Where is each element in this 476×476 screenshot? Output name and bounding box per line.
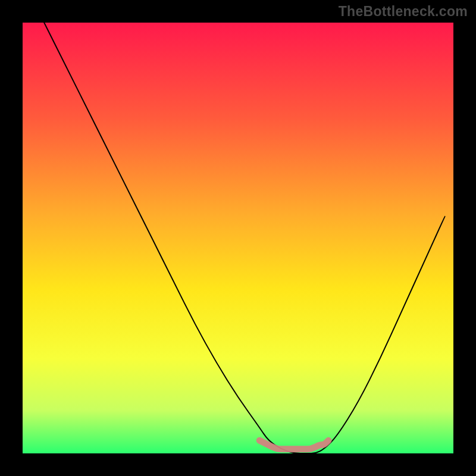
watermark-text: TheBottleneck.com <box>339 4 468 20</box>
plot-background <box>23 23 453 453</box>
chart-frame: TheBottleneck.com <box>0 0 476 476</box>
bottleneck-chart <box>0 0 476 476</box>
